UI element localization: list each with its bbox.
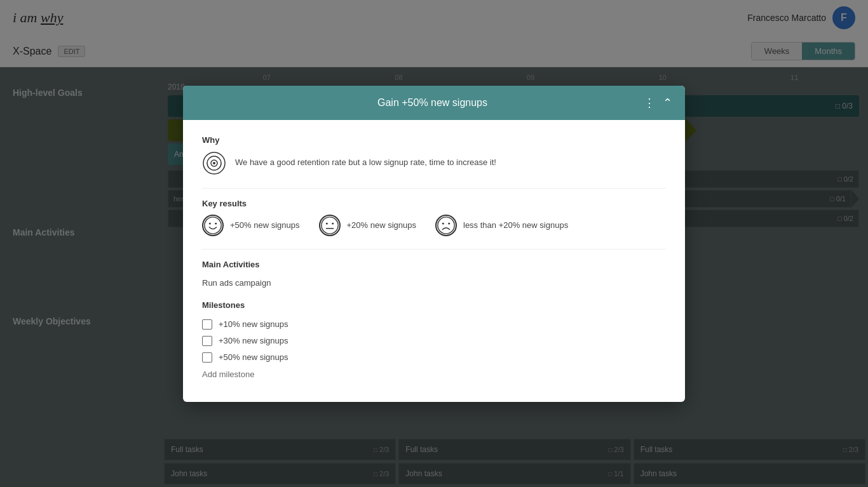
milestone-label-2: +30% new signups bbox=[219, 336, 288, 345]
svg-point-6 bbox=[215, 222, 217, 224]
modal-body: Why We have a good retention rate but a … bbox=[183, 120, 685, 402]
milestone-checkbox-2[interactable] bbox=[202, 336, 212, 346]
svg-point-8 bbox=[325, 222, 327, 224]
milestone-item-1: +10% new signups bbox=[202, 316, 666, 333]
target-icon bbox=[202, 151, 226, 175]
milestone-checkbox-3[interactable] bbox=[202, 352, 212, 363]
collapse-icon[interactable]: ⌃ bbox=[663, 96, 672, 110]
milestone-label-1: +10% new signups bbox=[219, 319, 288, 329]
milestone-item-2: +30% new signups bbox=[202, 333, 666, 349]
sad-face-icon bbox=[435, 215, 457, 236]
kr-label-neutral: +20% new signups bbox=[347, 220, 417, 230]
kr-item-neutral: +20% new signups bbox=[319, 215, 417, 236]
key-results-label: Key results bbox=[202, 199, 666, 208]
milestones-section: Milestones +10% new signups +30% new sig… bbox=[202, 300, 666, 383]
svg-point-9 bbox=[332, 222, 334, 224]
svg-point-7 bbox=[321, 217, 337, 233]
milestone-checkbox-1[interactable] bbox=[202, 319, 212, 330]
svg-point-4 bbox=[205, 217, 221, 233]
happy-face-icon bbox=[202, 215, 224, 236]
divider-1 bbox=[202, 188, 666, 189]
divider-2 bbox=[202, 249, 666, 250]
modal-header: Gain +50% new signups ⋮ ⌃ bbox=[183, 86, 685, 120]
kr-label-sad: less than +20% new signups bbox=[463, 220, 568, 230]
neutral-face-icon bbox=[319, 215, 341, 236]
svg-point-12 bbox=[442, 222, 444, 224]
milestones-label: Milestones bbox=[202, 300, 666, 310]
modal-title: Gain +50% new signups bbox=[221, 97, 644, 109]
milestone-label-3: +50% new signups bbox=[219, 352, 288, 362]
main-activities-label: Main Activities bbox=[202, 260, 666, 269]
why-text: We have a good retention rate but a low … bbox=[235, 151, 496, 169]
target-svg bbox=[202, 151, 226, 175]
more-options-icon[interactable]: ⋮ bbox=[644, 96, 655, 110]
kr-item-happy: +50% new signups bbox=[202, 215, 300, 236]
main-activities-section: Main Activities Run ads campaign bbox=[202, 260, 666, 290]
activity-item-1: Run ads campaign bbox=[202, 276, 666, 290]
goal-modal: Gain +50% new signups ⋮ ⌃ Why We have a … bbox=[183, 86, 685, 402]
why-section: We have a good retention rate but a low … bbox=[202, 151, 666, 175]
modal-header-actions: ⋮ ⌃ bbox=[644, 96, 672, 110]
svg-point-5 bbox=[209, 222, 211, 224]
milestone-item-3: +50% new signups bbox=[202, 349, 666, 366]
why-label: Why bbox=[202, 135, 666, 145]
svg-point-11 bbox=[438, 217, 454, 233]
kr-item-sad: less than +20% new signups bbox=[435, 215, 568, 236]
kr-label-happy: +50% new signups bbox=[230, 220, 300, 230]
svg-point-3 bbox=[213, 162, 215, 164]
svg-point-13 bbox=[448, 222, 450, 224]
add-milestone-button[interactable]: Add milestone bbox=[202, 366, 666, 383]
key-results-row: +50% new signups +20% new signups bbox=[202, 215, 666, 236]
